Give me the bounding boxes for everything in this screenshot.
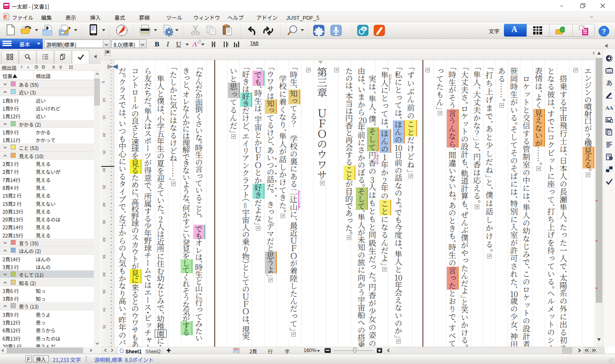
- svg-text:AA: AA: [606, 105, 613, 111]
- svg-text:1: 1: [610, 157, 612, 160]
- svg-text:?: ?: [602, 28, 606, 35]
- svg-text:112: 112: [607, 70, 611, 73]
- svg-text:あ: あ: [606, 79, 613, 87]
